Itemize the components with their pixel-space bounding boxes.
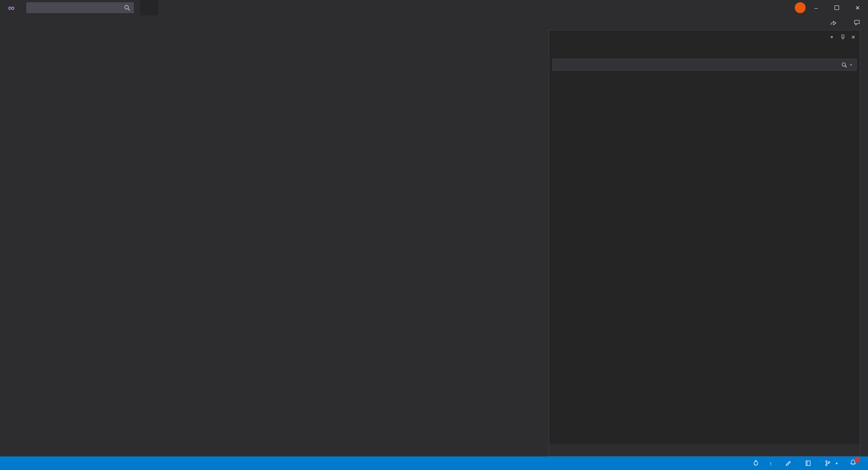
branch-indicator[interactable]: ▼	[820, 460, 844, 466]
restore-button[interactable]	[826, 0, 847, 15]
right-tool-rail	[860, 30, 868, 456]
live-share-icon	[830, 19, 837, 26]
avatar[interactable]	[795, 2, 806, 13]
solution-search-input[interactable]: ▼	[552, 59, 857, 71]
bottom-panel-tabs	[14, 437, 549, 450]
search-icon	[841, 62, 847, 68]
solution-explorer-panel: ▼ ✕ ▼	[549, 30, 860, 456]
vs-logo-icon: ∞	[4, 3, 19, 13]
minimize-button[interactable]: –	[806, 0, 826, 15]
repository-indicator[interactable]	[799, 460, 820, 466]
solution-tree	[549, 72, 860, 444]
close-button[interactable]: ✕	[847, 0, 868, 15]
notifications-bell-icon[interactable]	[850, 459, 856, 467]
toolbar	[0, 15, 868, 30]
left-tool-rail	[0, 30, 14, 456]
pin-icon[interactable]	[840, 34, 845, 40]
pushes-counter[interactable]: ↑	[764, 460, 780, 467]
close-panel-icon[interactable]: ✕	[851, 34, 855, 40]
notification-count-badge	[854, 457, 860, 463]
statusbar: ↑ ▼	[0, 456, 868, 470]
pending-edits-counter[interactable]	[780, 461, 799, 466]
search-icon	[124, 5, 130, 11]
solution-explorer-toolbar	[549, 44, 860, 57]
editor-region	[14, 30, 549, 456]
panel-bottom-tabs	[549, 444, 860, 456]
window-title	[140, 0, 158, 15]
titlebar: ∞ – ✕	[0, 0, 868, 15]
feedback-icon[interactable]	[854, 19, 861, 26]
hot-reload-icon[interactable]	[748, 460, 764, 467]
main-area: ▼ ✕ ▼	[0, 30, 868, 456]
panel-menu-icon[interactable]: ▼	[830, 35, 834, 39]
search-input[interactable]	[26, 2, 134, 13]
search-options-caret[interactable]: ▼	[849, 63, 853, 66]
